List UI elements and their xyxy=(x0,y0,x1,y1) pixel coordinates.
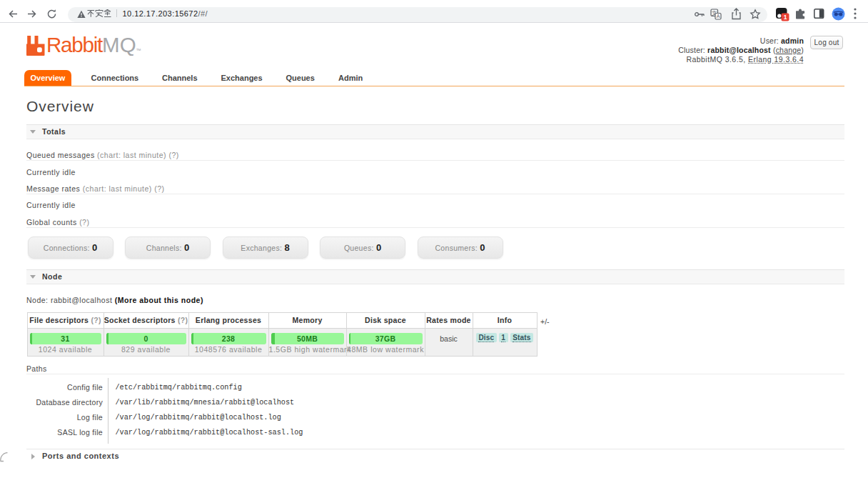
svg-text:A: A xyxy=(717,14,720,19)
svg-text:1: 1 xyxy=(784,14,787,21)
